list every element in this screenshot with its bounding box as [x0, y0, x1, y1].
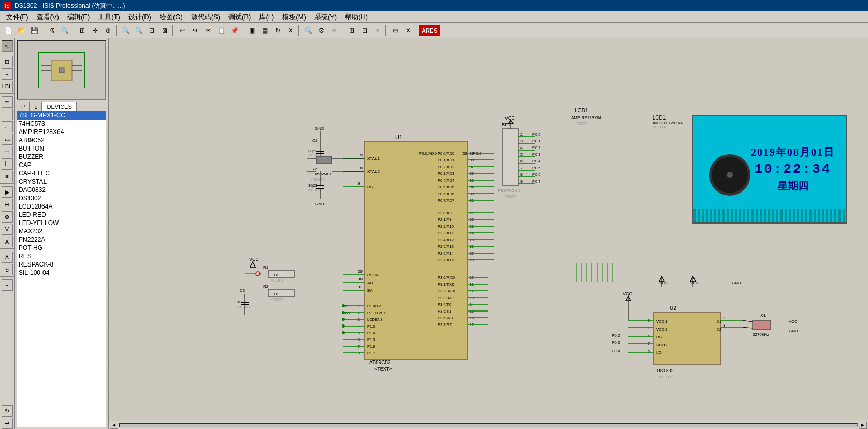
copy-button[interactable]: 📋 [215, 24, 227, 37]
toolbar-sep-5 [242, 25, 244, 36]
block-rotate-button[interactable]: ↻ [271, 24, 284, 37]
probe-tool[interactable]: ▶ [2, 186, 13, 198]
ares-button[interactable]: ARES [419, 25, 440, 36]
print-button[interactable]: 🖨 [46, 24, 58, 37]
device-item-7seg[interactable]: 7SEG-MPX1-CC [17, 111, 106, 120]
redo-button[interactable]: ↪ [189, 24, 201, 37]
generator-tool[interactable]: ⊛ [2, 211, 13, 223]
toolbar-sep-3 [116, 25, 118, 36]
menu-help[interactable]: 帮助(H) [341, 11, 372, 23]
tab-l[interactable]: L [30, 102, 42, 111]
device-item-pn2222a[interactable]: PN2222A [17, 235, 106, 244]
bom-button[interactable]: ≡ [371, 24, 384, 37]
junction-tool[interactable]: + [2, 68, 13, 80]
toolbar-sep-8 [385, 25, 387, 36]
hier-tool[interactable]: ≡ [2, 171, 13, 182]
bus-tool[interactable]: ═ [2, 109, 13, 120]
device-item-respack8[interactable]: RESPACK-8 [17, 260, 106, 269]
terminal-tool[interactable]: ⊣ [2, 146, 13, 157]
new-sheet-button[interactable]: ▭ [389, 24, 401, 37]
property-button[interactable]: ⚙ [315, 24, 327, 37]
device-item-74hc573[interactable]: 74HC573 [17, 120, 106, 128]
menu-source[interactable]: 源代码(S) [187, 11, 224, 23]
device-list[interactable]: 7SEG-MPX1-CC 74HC573 AMPIRE128X64 AT89C5… [17, 111, 106, 427]
scroll-left-btn[interactable]: ◀ [110, 422, 118, 429]
menu-edit[interactable]: 编辑(E) [63, 11, 94, 23]
netlist-button[interactable]: ≡ [328, 24, 340, 37]
scroll-right-btn[interactable]: ▶ [859, 422, 867, 429]
crosshair-button[interactable]: ✛ [89, 24, 102, 37]
zoom-fit-button[interactable]: ⊡ [146, 24, 158, 37]
busentry-tool[interactable]: ⌐ [2, 121, 13, 132]
device-item-led-red[interactable]: LED-RED [17, 211, 106, 219]
menu-design[interactable]: 设计(D) [124, 11, 155, 23]
menu-lib[interactable]: 库(L) [255, 11, 278, 23]
canvas-area[interactable]: U1 AT89C52 <TEXT> XTAL1 19 XTAL2 18 RST … [109, 38, 868, 429]
device-item-dac0832[interactable]: DAC0832 [17, 186, 106, 194]
plus-tool[interactable]: + [2, 279, 13, 291]
zoom-in-button[interactable]: 🔍 [120, 24, 132, 37]
rotate-tool[interactable]: ↻ [2, 405, 13, 417]
svg-text:P0.7: P0.7 [532, 179, 540, 184]
device-item-at89c52[interactable]: AT89C52 [17, 136, 106, 144]
subc-tool[interactable]: ▭ [2, 134, 13, 145]
device-item-buzzer[interactable]: BUZZER [17, 153, 106, 161]
svg-text:GND: GND [789, 329, 798, 333]
menu-debug[interactable]: 调试(B) [224, 11, 255, 23]
undo-left-tool[interactable]: ↩ [2, 418, 13, 429]
svg-rect-175 [503, 129, 518, 186]
text-tool[interactable]: A [2, 252, 13, 263]
menu-template[interactable]: 模板(M) [278, 11, 310, 23]
vsm-button[interactable]: ⊡ [358, 24, 371, 37]
voltage-tool[interactable]: V [2, 224, 13, 235]
wire-tool[interactable]: ━ [2, 96, 13, 108]
svg-text:P3.1/TXD: P3.1/TXD [438, 282, 455, 287]
device-item-cap-elec[interactable]: CAP-ELEC [17, 169, 106, 177]
zoom-out-button[interactable]: 🔍 [133, 24, 145, 37]
current-tool[interactable]: A [2, 236, 13, 247]
cut-button[interactable]: ✂ [202, 24, 214, 37]
device-item-ampire[interactable]: AMPIRE128X64 [17, 128, 106, 136]
select-tool[interactable]: ↖ [2, 40, 13, 52]
new-button[interactable]: 📄 [2, 24, 15, 37]
bottom-scrollbar[interactable]: ◀ ▶ [109, 421, 868, 429]
device-item-led-yellow[interactable]: LED-YELLOW [17, 219, 106, 227]
menu-draw[interactable]: 绘图(G) [155, 11, 187, 23]
tab-p[interactable]: P [17, 102, 30, 111]
block-move-button[interactable]: ▤ [258, 24, 271, 37]
menu-tools[interactable]: 工具(T) [94, 11, 124, 23]
device-item-max232[interactable]: MAX232 [17, 227, 106, 235]
paste-button[interactable]: 📌 [228, 24, 240, 37]
undo-button[interactable]: ↩ [176, 24, 189, 37]
component-tool[interactable]: ⊞ [2, 56, 13, 67]
zoom-100-button[interactable]: ⊠ [158, 24, 171, 37]
origin-button[interactable]: ⊕ [102, 24, 114, 37]
open-button[interactable]: 📂 [15, 24, 27, 37]
grid-button[interactable]: ⊞ [76, 24, 89, 37]
device-item-button[interactable]: BUTTON [17, 144, 106, 153]
block-delete-button[interactable]: ✕ [284, 24, 297, 37]
device-item-res[interactable]: RES [17, 252, 106, 260]
device-item-cap[interactable]: CAP [17, 161, 106, 169]
scripts-tool[interactable]: S [2, 264, 13, 275]
device-item-pot-hg[interactable]: POT-HG [17, 244, 106, 252]
device-item-crystal[interactable]: CRYSTAL [17, 177, 106, 186]
save-button[interactable]: 💾 [28, 24, 40, 37]
search-button[interactable]: 🔍 [302, 24, 314, 37]
tape-tool[interactable]: ⊝ [2, 199, 13, 210]
device-item-lcd12864a[interactable]: LCD12864A [17, 202, 106, 211]
del-sheet-button[interactable]: ✕ [402, 24, 414, 37]
port-tool[interactable]: ⊢ [2, 158, 13, 170]
menu-system[interactable]: 系统(Y) [310, 11, 341, 23]
menu-view[interactable]: 查看(V) [33, 11, 63, 23]
label-tool[interactable]: LBL [2, 81, 13, 92]
netcomp-button[interactable]: ⊞ [345, 24, 358, 37]
menu-file[interactable]: 文件(F) [2, 11, 33, 23]
scroll-track[interactable] [119, 423, 858, 427]
svg-text:<TEXT>: <TEXT> [311, 177, 325, 181]
device-item-sil100[interactable]: SIL-100-04 [17, 269, 106, 277]
print-preview-button[interactable]: 🔍 [59, 24, 71, 37]
device-item-ds1302[interactable]: DS1302 [17, 194, 106, 202]
block-copy-button[interactable]: ▣ [245, 24, 258, 37]
tab-devices[interactable]: DEVICES [42, 102, 76, 111]
